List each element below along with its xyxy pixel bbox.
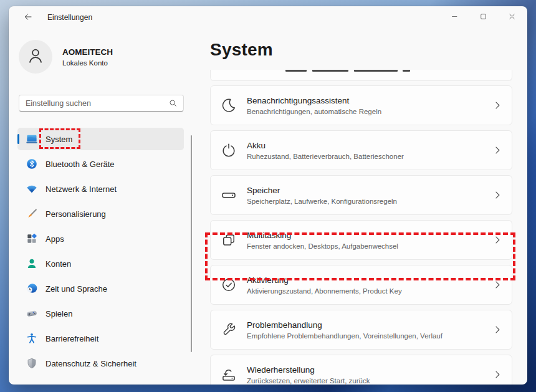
person-icon xyxy=(26,46,45,67)
titlebar: Einstellungen xyxy=(9,6,527,29)
check-circle-icon xyxy=(221,277,237,293)
settings-card-aktivierung[interactable]: AktivierungAktivierungszustand, Abonneme… xyxy=(210,265,512,305)
drive-icon xyxy=(221,187,237,203)
settings-card-partial[interactable] xyxy=(210,70,512,81)
sidebar-item-label: System xyxy=(45,135,72,144)
close-button[interactable] xyxy=(497,6,526,29)
card-title: Benachrichtigungsassistent xyxy=(247,96,381,105)
card-subtitle: Benachrichtigungen, automatische Regeln xyxy=(247,108,381,115)
chevron-right-icon xyxy=(492,189,503,201)
settings-card-benachrichtigungsassistent[interactable]: BenachrichtigungsassistentBenachrichtigu… xyxy=(210,85,512,125)
sidebar-item-label: Netzwerk & Internet xyxy=(45,184,117,194)
chevron-right-icon xyxy=(492,100,503,111)
sidebar-item-label: Barrierefreiheit xyxy=(45,334,98,343)
time-icon xyxy=(26,282,38,295)
search-icon xyxy=(168,98,178,108)
sidebar-item-label: Personalisierung xyxy=(45,209,106,219)
games-icon xyxy=(26,307,38,320)
account-name: AOMEITECH xyxy=(62,47,113,57)
close-icon xyxy=(508,12,516,23)
recovery-icon xyxy=(221,366,237,383)
wifi-icon xyxy=(26,183,38,195)
chevron-right-icon xyxy=(492,324,503,335)
card-title: Aktivierung xyxy=(247,275,402,285)
chevron-right-icon xyxy=(492,145,503,156)
sidebar-item-personalisierung[interactable]: Personalisierung xyxy=(17,203,184,225)
sidebar: AOMEITECH Lokales Konto SystemBluetooth … xyxy=(9,29,206,385)
card-subtitle: Speicherplatz, Laufwerke, Konfigurations… xyxy=(247,198,397,205)
sidebar-item-spielen[interactable]: Spielen xyxy=(17,302,184,325)
accessibility-icon xyxy=(26,332,38,345)
chevron-right-icon xyxy=(492,279,503,290)
sidebar-item-label: Datenschutz & Sicherheit xyxy=(45,359,136,368)
power-icon xyxy=(221,142,237,158)
search-box xyxy=(19,95,184,112)
sidebar-item-label: Bluetooth & Geräte xyxy=(45,160,115,169)
multitask-icon xyxy=(221,232,237,248)
sidebar-item-konten[interactable]: Konten xyxy=(17,252,184,275)
sidebar-nav: SystemBluetooth & GeräteNetzwerk & Inter… xyxy=(17,128,184,377)
sidebar-item-system[interactable]: System xyxy=(17,128,184,150)
minimize-icon xyxy=(451,12,459,23)
window-title: Einstellungen xyxy=(47,13,92,22)
card-title: Speicher xyxy=(247,186,397,195)
sidebar-item-label: Konten xyxy=(45,259,71,269)
card-subtitle: Fenster andocken, Desktops, Aufgabenwech… xyxy=(247,242,398,250)
minimize-button[interactable] xyxy=(440,6,469,29)
avatar xyxy=(19,40,52,74)
card-subtitle: Ruhezustand, Batterieverbrauch, Batterie… xyxy=(247,153,404,160)
card-title: Multitasking xyxy=(247,231,398,240)
settings-card-problembehandlung[interactable]: ProblembehandlungEmpfohlene Problembehan… xyxy=(210,310,512,350)
chevron-right-icon xyxy=(492,234,503,246)
maximize-icon xyxy=(479,12,487,23)
sidebar-item-label: Apps xyxy=(45,234,64,244)
sidebar-item-netzwerk-internet[interactable]: Netzwerk & Internet xyxy=(17,178,184,200)
wrench-icon xyxy=(221,322,237,338)
sidebar-item-label: Spielen xyxy=(45,309,72,318)
settings-window: Einstellungen AOMEITECH Lokales Konto Sy… xyxy=(9,6,527,385)
card-subtitle: Aktivierungszustand, Abonnements, Produc… xyxy=(247,287,402,295)
chevron-right-icon xyxy=(492,369,503,380)
account-header[interactable]: AOMEITECH Lokales Konto xyxy=(19,40,113,74)
card-subtitle: Zurücksetzen, erweiterter Start, zurück xyxy=(247,377,370,385)
settings-card-list: BenachrichtigungsassistentBenachrichtigu… xyxy=(210,70,512,385)
card-title: Wiederherstellung xyxy=(247,365,370,375)
settings-card-multitasking[interactable]: MultitaskingFenster andocken, Desktops, … xyxy=(210,220,512,260)
bluetooth-icon xyxy=(26,158,38,170)
card-subtitle: Empfohlene Problembehandlungen, Voreinst… xyxy=(247,332,443,340)
sidebar-item-barrierefreiheit[interactable]: Barrierefreiheit xyxy=(17,327,184,350)
card-title: Problembehandlung xyxy=(247,320,443,330)
search-input[interactable] xyxy=(19,99,168,108)
sidebar-item-datenschutz-sicherheit[interactable]: Datenschutz & Sicherheit xyxy=(17,352,184,375)
sidebar-item-apps[interactable]: Apps xyxy=(17,227,184,250)
back-button[interactable] xyxy=(19,11,37,26)
settings-card-wiederherstellung[interactable]: WiederherstellungZurücksetzen, erweitert… xyxy=(210,355,512,385)
sidebar-item-zeit-und-sprache[interactable]: Zeit und Sprache xyxy=(17,277,184,300)
sidebar-item-bluetooth-geräte[interactable]: Bluetooth & Geräte xyxy=(17,153,184,175)
settings-card-speicher[interactable]: SpeicherSpeicherplatz, Laufwerke, Konfig… xyxy=(210,175,512,215)
privacy-icon xyxy=(26,357,38,370)
page-title: System xyxy=(210,40,273,60)
caption-controls xyxy=(440,6,526,29)
back-arrow-icon xyxy=(23,12,33,24)
account-type: Lokales Konto xyxy=(62,59,113,67)
system-icon xyxy=(26,133,38,145)
brush-icon xyxy=(26,208,38,220)
selected-indicator xyxy=(17,134,19,144)
sidebar-scrollbar[interactable] xyxy=(191,135,192,352)
moon-icon xyxy=(221,97,237,113)
settings-card-akku[interactable]: AkkuRuhezustand, Batterieverbrauch, Batt… xyxy=(210,130,512,170)
sidebar-item-label: Zeit und Sprache xyxy=(45,284,107,294)
card-title: Akku xyxy=(247,141,404,150)
accounts-icon xyxy=(26,257,38,270)
maximize-button[interactable] xyxy=(469,6,497,29)
apps-icon xyxy=(26,232,38,245)
